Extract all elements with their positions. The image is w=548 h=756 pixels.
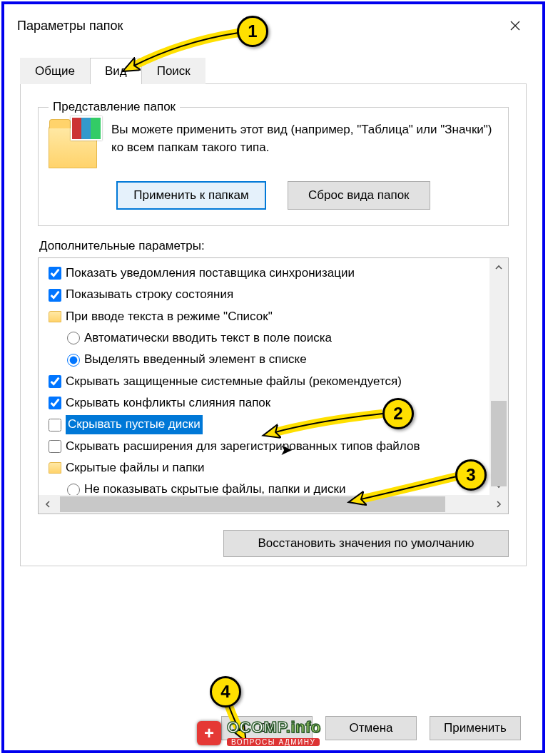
- opt-hidden-files-group: Скрытые файлы и папки: [39, 457, 489, 479]
- opt-hide-extensions[interactable]: Скрывать расширения для зарегистрированн…: [39, 436, 489, 457]
- chevron-left-icon: [44, 501, 51, 508]
- close-button[interactable]: [501, 13, 529, 39]
- opt-hide-empty-drives[interactable]: Скрывать пустые диски: [39, 414, 489, 435]
- folderview-text: Вы можете применить этот вид (например, …: [111, 121, 498, 156]
- window-frame: Параметры папок Общие Вид Поиск Представ…: [1, 1, 545, 753]
- folder-small-icon: [49, 311, 61, 322]
- opt-dont-show-hidden[interactable]: Не показывать скрытые файлы, папки и дис…: [39, 479, 489, 495]
- vertical-scroll-thumb[interactable]: [491, 401, 507, 486]
- advanced-settings-tree[interactable]: Показать уведомления поставщика синхрони…: [38, 257, 509, 514]
- mouse-cursor-icon: ➤: [280, 441, 293, 459]
- reset-folders-button[interactable]: Сброс вида папок: [288, 181, 430, 210]
- opt-hide-merge-conflicts[interactable]: Скрывать конфликты слияния папок: [39, 392, 489, 414]
- folderview-legend: Представление папок: [49, 100, 180, 114]
- opt-list-typing-group: При вводе текста в режиме "Список": [39, 306, 489, 327]
- opt-hide-protected-os-files[interactable]: Скрывать защищенные системные файлы (рек…: [39, 371, 489, 392]
- tab-content-view: Представление папок Вы можете применить …: [20, 84, 527, 566]
- opt-auto-type-search[interactable]: Автоматически вводить текст в поле поиск…: [39, 327, 489, 349]
- folder-small-icon: [49, 462, 61, 474]
- horizontal-scrollbar[interactable]: [39, 495, 508, 514]
- opt-select-typed-item[interactable]: Выделять введенный элемент в списке: [39, 349, 489, 370]
- annotation-badge-4: 4: [210, 676, 241, 708]
- watermark-plus-icon: +: [197, 721, 221, 745]
- opt-sync-notifications[interactable]: Показать уведомления поставщика синхрони…: [39, 262, 489, 284]
- close-icon: [510, 21, 520, 31]
- apply-button[interactable]: Применить: [430, 716, 521, 740]
- tab-view[interactable]: Вид: [90, 58, 142, 84]
- annotation-badge-3: 3: [455, 459, 487, 491]
- folderview-group: Представление папок Вы можете применить …: [38, 100, 509, 226]
- annotation-badge-1: 1: [237, 16, 268, 47]
- cancel-button[interactable]: Отмена: [325, 716, 417, 740]
- apply-to-folders-button[interactable]: Применить к папкам: [116, 181, 266, 210]
- scroll-left-button[interactable]: [39, 495, 57, 514]
- annotation-badge-2: 2: [382, 398, 414, 429]
- window-title: Параметры папок: [17, 19, 123, 34]
- chevron-up-icon: [495, 264, 502, 271]
- restore-defaults-button[interactable]: Восстановить значения по умолчанию: [223, 530, 509, 557]
- titlebar: Параметры папок: [4, 4, 542, 40]
- watermark: + OCOMP.info ВОПРОСЫ АДМИНУ: [197, 720, 321, 746]
- vertical-scrollbar[interactable]: [489, 258, 508, 495]
- chevron-right-icon: [495, 501, 502, 508]
- folder-icon: [49, 126, 97, 168]
- advanced-label: Дополнительные параметры:: [39, 239, 507, 253]
- scroll-right-button[interactable]: [489, 495, 508, 514]
- tab-bar: Общие Вид Поиск: [20, 56, 527, 84]
- horizontal-scroll-thumb[interactable]: [60, 496, 445, 512]
- tab-search[interactable]: Поиск: [142, 58, 206, 84]
- tab-general[interactable]: Общие: [20, 58, 90, 84]
- scroll-up-button[interactable]: [489, 258, 508, 277]
- opt-status-bar[interactable]: Показывать строку состояния: [39, 284, 489, 305]
